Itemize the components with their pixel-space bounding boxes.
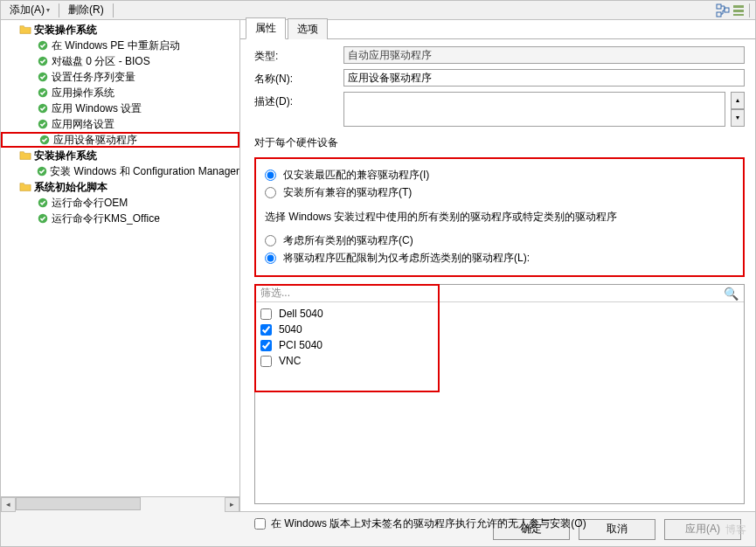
name-label: 名称(N):	[254, 69, 338, 87]
separator	[113, 3, 114, 17]
tree-node[interactable]: 在 Windows PE 中重新启动	[1, 38, 239, 53]
radio-limit-categories[interactable]	[265, 253, 276, 264]
hw-group-highlight: 仅安装最匹配的兼容驱动程序(I) 安装所有兼容的驱动程序(T) 选择 Windo…	[254, 157, 745, 277]
filter-item[interactable]: PCI 5040	[260, 337, 739, 353]
radio-all-categories[interactable]	[265, 235, 276, 246]
filter-item-label: Dell 5040	[279, 308, 323, 320]
folder-icon	[18, 23, 32, 37]
tree-node-label: 系统初始化脚本	[34, 180, 108, 195]
tree-node[interactable]: 应用设备驱动程序	[1, 132, 239, 148]
check-icon	[36, 211, 50, 225]
tree-node-label: 应用网络设置	[52, 117, 114, 132]
task-sequence-editor-window: 添加(A) ▾ 删除(R) 安装操作系统在 Windows PE 中重新启动对磁…	[0, 0, 756, 547]
tree-node[interactable]: 运行命令行KMS_Office	[1, 211, 239, 226]
tree-node-label: 安装操作系统	[34, 149, 97, 163]
folder-icon	[18, 149, 32, 163]
task-tree-panel: 安装操作系统在 Windows PE 中重新启动对磁盘 0 分区 - BIOS设…	[1, 20, 240, 511]
filter-item[interactable]: Dell 5040	[260, 306, 739, 322]
radio-best-match-label: 仅安装最匹配的兼容驱动程序(I)	[283, 168, 429, 183]
tree-node-label: 应用 Windows 设置	[52, 101, 142, 116]
svg-rect-1	[717, 12, 721, 17]
tree-node[interactable]: 对磁盘 0 分区 - BIOS	[1, 53, 239, 69]
tree-node-label: 运行命令行KMS_Office	[52, 211, 160, 226]
check-icon	[36, 38, 50, 52]
scroll-thumb[interactable]	[16, 497, 141, 510]
main-split: 安装操作系统在 Windows PE 中重新启动对磁盘 0 分区 - BIOS设…	[1, 20, 755, 511]
desc-down-button[interactable]: ▾	[731, 109, 745, 127]
filter-item[interactable]: VNC	[260, 353, 739, 369]
check-icon	[36, 70, 50, 84]
svg-rect-5	[733, 14, 744, 16]
type-field	[343, 46, 745, 64]
hw-group-title: 对于每个硬件设备	[254, 135, 745, 150]
tree-node[interactable]: 安装操作系统	[1, 148, 239, 163]
filter-header: 筛选... 🔍	[255, 285, 744, 302]
scroll-track[interactable]	[16, 497, 225, 512]
type-row: 类型:	[254, 46, 745, 64]
tree-node[interactable]: 应用网络设置	[1, 116, 239, 132]
tree-node[interactable]: 设置任务序列变量	[1, 69, 239, 85]
search-icon[interactable]: 🔍	[724, 287, 739, 301]
filter-item-checkbox[interactable]	[260, 308, 272, 320]
unsigned-row: 在 Windows 版本上对未签名的驱动程序执行允许的无人参与安装(O)	[254, 516, 745, 531]
delete-menu[interactable]: 删除(R)	[63, 1, 109, 19]
radio-all-compat[interactable]	[265, 187, 276, 198]
tree-node[interactable]: 系统初始化脚本	[1, 179, 239, 195]
desc-label: 描述(D):	[254, 92, 338, 109]
check-icon	[35, 164, 48, 178]
filter-item[interactable]: 5040	[260, 322, 739, 337]
radio-limit-categories-label: 将驱动程序匹配限制为仅考虑所选类别的驱动程序(L):	[283, 251, 530, 266]
filter-item-checkbox[interactable]	[260, 356, 272, 367]
radio-limit-categories-row: 将驱动程序匹配限制为仅考虑所选类别的驱动程序(L):	[265, 249, 734, 267]
unsigned-checkbox[interactable]	[254, 518, 266, 530]
name-row: 名称(N):	[254, 69, 745, 87]
tab-properties[interactable]: 属性	[246, 17, 286, 39]
desc-field[interactable]	[343, 92, 725, 127]
check-icon	[36, 101, 50, 115]
name-field[interactable]	[343, 69, 745, 87]
desc-spin: ▴ ▾	[731, 92, 745, 127]
tree-node-label: 安装操作系统	[34, 23, 97, 38]
task-tree[interactable]: 安装操作系统在 Windows PE 中重新启动对磁盘 0 分区 - BIOS设…	[1, 20, 239, 496]
tree-node[interactable]: 安装 Windows 和 Configuration Manager	[1, 163, 239, 179]
svg-rect-2	[725, 8, 729, 12]
tree-node[interactable]: 应用 Windows 设置	[1, 100, 239, 116]
tree-node-label: 应用操作系统	[52, 86, 114, 100]
tree-icon[interactable]	[716, 3, 730, 17]
separator	[749, 3, 750, 17]
tab-options[interactable]: 选项	[288, 18, 328, 39]
svg-rect-3	[733, 5, 744, 8]
filter-placeholder[interactable]: 筛选...	[260, 286, 724, 301]
desc-row: 描述(D): ▴ ▾	[254, 92, 745, 127]
tree-node[interactable]: 应用操作系统	[1, 85, 239, 100]
scroll-right-button[interactable]: ▸	[225, 497, 239, 512]
tree-node[interactable]: 运行命令行OEM	[1, 195, 239, 211]
category-explain: 选择 Windows 安装过程中使用的所有类别的驱动程序或特定类别的驱动程序	[265, 210, 734, 225]
h-scrollbar[interactable]: ◂ ▸	[1, 496, 239, 511]
scroll-left-button[interactable]: ◂	[1, 497, 16, 512]
tree-node[interactable]: 安装操作系统	[1, 22, 239, 38]
check-icon	[36, 54, 50, 68]
radio-best-match-row: 仅安装最匹配的兼容驱动程序(I)	[265, 166, 734, 183]
separator	[59, 3, 59, 17]
radio-best-match[interactable]	[265, 170, 276, 181]
filter-body[interactable]: Dell 50405040PCI 5040VNC	[255, 302, 744, 503]
radio-all-categories-row: 考虑所有类别的驱动程序(C)	[265, 232, 734, 249]
check-icon	[36, 196, 50, 210]
list-icon[interactable]	[732, 3, 746, 17]
unsigned-label: 在 Windows 版本上对未签名的驱动程序执行允许的无人参与安装(O)	[271, 516, 586, 531]
tree-node-label: 对磁盘 0 分区 - BIOS	[52, 54, 150, 69]
category-filter-list: 筛选... 🔍 Dell 50405040PCI 5040VNC	[254, 284, 745, 504]
folder-icon	[18, 180, 32, 194]
filter-item-checkbox[interactable]	[260, 324, 272, 336]
chevron-down-icon: ▾	[46, 6, 50, 14]
form-area: 类型: 名称(N): 描述(D): ▴ ▾ 对于每个硬件设备	[240, 39, 755, 538]
check-icon	[36, 117, 50, 131]
desc-up-button[interactable]: ▴	[731, 92, 745, 109]
type-label: 类型:	[254, 46, 338, 64]
svg-rect-0	[717, 4, 721, 9]
check-icon	[38, 133, 52, 147]
filter-item-checkbox[interactable]	[260, 340, 272, 351]
properties-panel: 属性 选项 类型: 名称(N): 描述(D): ▴ ▾	[240, 20, 755, 511]
add-menu[interactable]: 添加(A) ▾	[4, 1, 55, 19]
